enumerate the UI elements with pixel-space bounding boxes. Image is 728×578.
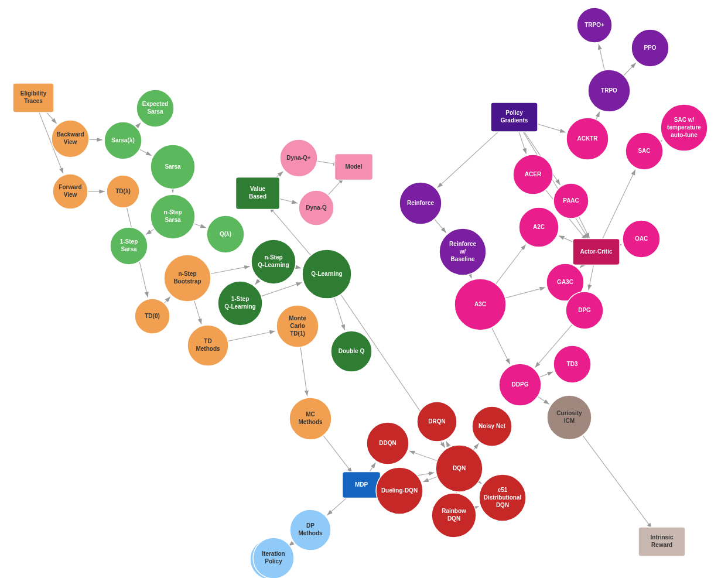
node-label-drqn: DRQN [428, 418, 445, 425]
node-label-n_step_sarsa: Sarsa [165, 217, 181, 223]
edge-n_step_sarsa-one_step_sarsa [146, 229, 154, 235]
node-sarsa_lambda[interactable]: Sarsa(λ) [104, 122, 142, 159]
node-q_lambda[interactable]: Q(λ) [207, 216, 244, 253]
edge-dqn-c51 [479, 481, 481, 484]
node-label-policy_gradients: Policy [505, 110, 523, 116]
node-qlearning[interactable]: Q-Learning [302, 249, 351, 299]
node-label-a2c: A2C [533, 224, 545, 230]
node-trpo_plus[interactable]: TRPO+ [577, 8, 612, 43]
node-ppo[interactable]: PPO [631, 29, 669, 67]
edge-paac-actor_critic [579, 217, 589, 238]
node-label-sarsa_lambda: Sarsa(λ) [111, 137, 134, 143]
node-label-dyna_q_plus: Dyna-Q+ [286, 155, 311, 161]
node-ddpg[interactable]: DDPG [499, 364, 541, 406]
node-td_methods[interactable]: TDMethods [187, 325, 228, 366]
edge-trpo-ppo [624, 63, 636, 76]
edge-a3c-ddpg [492, 327, 510, 364]
node-dyna_q_plus[interactable]: Dyna-Q+ [280, 139, 317, 177]
node-curiosity_icm[interactable]: CuriosityICM [547, 395, 592, 440]
node-label-monte_carlo_td1: Carlo [290, 323, 305, 329]
node-expected_sarsa[interactable]: ExpectedSarsa [136, 90, 174, 127]
node-label-dqn: DQN [453, 465, 466, 471]
node-label-ddqn: DDQN [379, 440, 396, 446]
edge-one_step_qlearning-qlearning [261, 282, 302, 296]
node-backward_view[interactable]: BackwardView [52, 120, 89, 158]
node-label-dyna_q: Dyna-Q [306, 204, 327, 211]
node-reinforce_baseline[interactable]: Reinforcew/Baseline [439, 228, 486, 275]
node-label-one_step_sarsa: 1-Step [120, 238, 138, 245]
node-td3[interactable]: TD3 [553, 346, 591, 383]
node-model[interactable]: Model [335, 154, 373, 180]
node-label-n_step_qlearning: n-Step [264, 254, 282, 261]
node-a2c[interactable]: A2C [519, 207, 559, 247]
node-label-mdp: MDP [355, 481, 368, 488]
node-trpo[interactable]: TRPO [588, 70, 630, 112]
node-label-rainbow_dqn: DQN [447, 515, 460, 522]
node-n_step_bootstrap[interactable]: n-StepBootstrap [164, 255, 211, 302]
node-label-td_lambda: TD(λ) [115, 188, 131, 194]
node-iteration_policy[interactable]: IterationPolicy [253, 538, 294, 578]
node-td0[interactable]: TD(0) [135, 299, 170, 334]
node-oac[interactable]: OAC [623, 220, 660, 258]
node-sarsa[interactable]: Sarsa [151, 145, 195, 189]
edge-acktr-trpo [596, 112, 600, 120]
node-value_based[interactable]: ValueBased [236, 177, 280, 210]
node-sac_auto[interactable]: SAC w/temperatureauto-tune [661, 104, 708, 151]
node-acer[interactable]: ACER [513, 155, 553, 194]
node-reinforce[interactable]: Reinforce [399, 182, 442, 224]
edge-reinforce-reinforce_baseline [435, 219, 446, 232]
node-a3c[interactable]: A3C [454, 279, 506, 330]
node-label-sac: SAC [638, 148, 650, 154]
node-label-trpo_plus: TRPO+ [585, 22, 604, 28]
node-label-trpo: TRPO [601, 87, 617, 94]
edge-trpo-trpo_plus [599, 44, 604, 70]
node-label-one_step_qlearning: 1-Step [231, 296, 249, 302]
edge-actor_critic-dpg [589, 265, 594, 290]
node-label-curiosity_icm: ICM [564, 418, 575, 424]
node-rainbow_dqn[interactable]: RainbowDQN [432, 493, 476, 538]
node-acktr[interactable]: ACKTR [566, 118, 609, 160]
node-noisy_net[interactable]: Noisy Net [472, 406, 512, 446]
node-label-ga3c: GA3C [557, 279, 573, 285]
graph-canvas: EligibilityTracesBackwardViewForwardView… [0, 0, 728, 578]
node-label-n_step_sarsa: n-Step [163, 209, 182, 216]
node-label-sac_auto: SAC w/ [674, 117, 695, 123]
node-ddqn[interactable]: DDQN [367, 422, 409, 464]
node-actor_critic[interactable]: Actor-Critic [573, 239, 620, 265]
node-eligibility_traces[interactable]: EligibilityTraces [13, 83, 54, 112]
node-label-sarsa: Sarsa [165, 163, 181, 170]
node-label-monte_carlo_td1: TD(1) [290, 330, 305, 337]
node-dyna_q[interactable]: Dyna-Q [299, 190, 334, 225]
node-mdp[interactable]: MDP [343, 472, 381, 498]
node-sac[interactable]: SAC [626, 132, 663, 170]
node-dpg[interactable]: DPG [566, 292, 603, 329]
node-n_step_sarsa[interactable]: n-StepSarsa [151, 194, 195, 239]
node-label-monte_carlo_td1: Monte [289, 315, 306, 322]
edge-td0-n_step_bootstrap [164, 297, 170, 303]
node-dp_methods[interactable]: DPMethods [290, 509, 331, 550]
node-policy_gradients[interactable]: PolicyGradients [491, 102, 538, 132]
node-paac[interactable]: PAAC [553, 183, 589, 218]
node-label-noisy_net: Noisy Net [479, 423, 506, 429]
node-monte_carlo_td1[interactable]: MonteCarloTD(1) [276, 305, 319, 347]
node-c51[interactable]: c51DistributionalDQN [479, 474, 526, 521]
node-label-n_step_bootstrap: n-Step [178, 271, 196, 277]
node-one_step_sarsa[interactable]: 1-StepSarsa [110, 227, 148, 265]
node-one_step_qlearning[interactable]: 1-StepQ-Learning [218, 281, 262, 326]
node-dueling_dqn[interactable]: Dueling-DQN [376, 467, 423, 514]
node-intrinsic_reward[interactable]: IntrinsicReward [638, 527, 685, 556]
node-label-value_based: Value [250, 186, 266, 192]
node-double_q[interactable]: Double Q [331, 331, 372, 372]
node-label-value_based: Based [249, 193, 266, 200]
node-td_lambda[interactable]: TD(λ) [107, 175, 139, 208]
node-dqn[interactable]: DQN [436, 445, 483, 492]
node-n_step_qlearning[interactable]: n-StepQ-Learning [251, 240, 296, 284]
node-forward_view[interactable]: ForwardView [53, 174, 88, 209]
node-label-acer: ACER [525, 171, 542, 177]
node-label-dp_methods: DP [306, 522, 315, 529]
node-label-td3: TD3 [567, 361, 578, 367]
edge-n_step_sarsa-q_lambda [194, 224, 206, 228]
node-mc_methods[interactable]: MCMethods [289, 398, 331, 440]
node-drqn[interactable]: DRQN [417, 402, 457, 442]
edge-curiosity_icm-intrinsic_reward [583, 435, 652, 528]
